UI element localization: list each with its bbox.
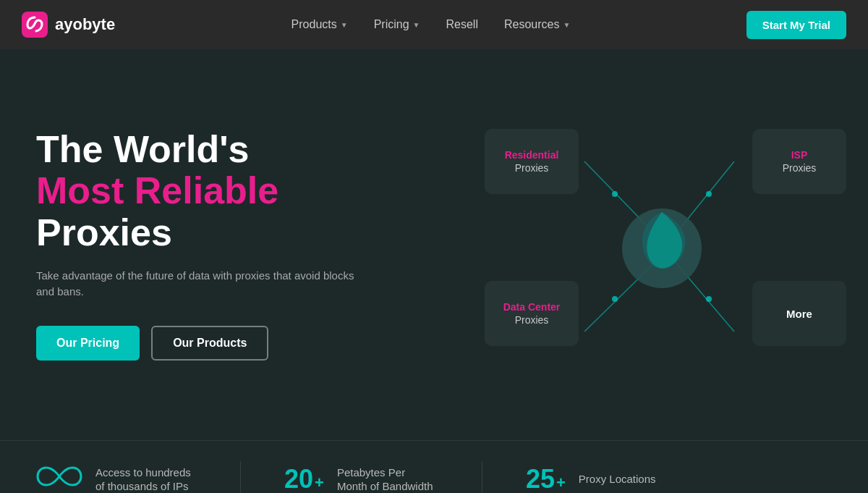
isp-sub: Proxies bbox=[783, 162, 817, 174]
stat-locations: 25 + Proxy Locations bbox=[526, 464, 656, 493]
stats-bar: Access to hundreds of thousands of IPs 2… bbox=[0, 440, 868, 493]
stat-locations-plus: + bbox=[556, 473, 566, 492]
hero-accent: Most Reliable bbox=[36, 169, 278, 211]
datacenter-proxies-card[interactable]: Data Center Proxies bbox=[485, 281, 579, 346]
more-title: More bbox=[786, 308, 812, 320]
nav-resell[interactable]: Resell bbox=[435, 12, 488, 37]
logo-icon bbox=[22, 12, 48, 38]
hero-content: The World's Most Reliable Proxies Take a… bbox=[0, 85, 405, 404]
hero-title-line2: Most Reliable Proxies bbox=[36, 170, 369, 253]
stat-locations-number: 25 bbox=[526, 464, 555, 493]
products-chevron-icon: ▼ bbox=[341, 21, 348, 29]
nav-links: Products ▼ Pricing ▼ Resell Resources ▼ bbox=[281, 12, 581, 37]
residential-proxies-card[interactable]: Residential Proxies bbox=[485, 129, 579, 194]
start-trial-button[interactable]: Start My Trial bbox=[746, 11, 846, 39]
more-card[interactable]: More bbox=[752, 281, 846, 346]
svg-point-6 bbox=[612, 296, 618, 302]
stat-divider-1 bbox=[240, 461, 241, 493]
stat-ips-label: Access to hundreds of thousands of IPs bbox=[95, 465, 197, 494]
nav-resources[interactable]: Resources ▼ bbox=[494, 12, 580, 37]
svg-point-8 bbox=[706, 296, 712, 302]
stat-bandwidth-number: 20 bbox=[284, 464, 313, 493]
datacenter-title: Data Center bbox=[503, 301, 561, 313]
residential-sub: Proxies bbox=[515, 162, 549, 174]
svg-line-1 bbox=[584, 161, 658, 237]
svg-point-2 bbox=[612, 191, 618, 197]
svg-line-3 bbox=[673, 161, 734, 237]
residential-title: Residential bbox=[505, 149, 559, 161]
hero-buttons: Our Pricing Our Products bbox=[36, 326, 369, 361]
svg-line-7 bbox=[673, 259, 734, 332]
stat-ips: Access to hundreds of thousands of IPs bbox=[36, 463, 197, 493]
hero-subtitle: Take advantage of the future of data wit… bbox=[36, 268, 362, 300]
isp-title: ISP bbox=[791, 149, 808, 161]
svg-point-4 bbox=[706, 191, 712, 197]
hero-section: The World's Most Reliable Proxies Take a… bbox=[0, 49, 868, 440]
stat-bandwidth: 20 + Petabytes Per Month of Bandwidth bbox=[284, 464, 438, 493]
nav-products[interactable]: Products ▼ bbox=[281, 12, 358, 37]
our-pricing-button[interactable]: Our Pricing bbox=[36, 326, 140, 361]
datacenter-sub: Proxies bbox=[515, 314, 549, 326]
proxy-diagram: Residential Proxies ISP Proxies Data Cen… bbox=[448, 85, 868, 404]
logo[interactable]: ayobyte bbox=[22, 12, 115, 38]
isp-proxies-card[interactable]: ISP Proxies bbox=[752, 129, 846, 194]
svg-line-5 bbox=[584, 259, 658, 332]
stat-divider-2 bbox=[482, 461, 482, 493]
svg-point-9 bbox=[622, 208, 702, 288]
nav-pricing[interactable]: Pricing ▼ bbox=[364, 12, 430, 37]
stat-bandwidth-plus: + bbox=[315, 473, 324, 492]
hero-title-proxies: Proxies bbox=[36, 211, 172, 253]
brand-name: ayobyte bbox=[55, 15, 115, 34]
hero-title-line1: The World's bbox=[36, 129, 369, 170]
navbar: ayobyte Products ▼ Pricing ▼ Resell Reso… bbox=[0, 0, 868, 49]
resources-chevron-icon: ▼ bbox=[563, 21, 570, 29]
pricing-chevron-icon: ▼ bbox=[413, 21, 420, 29]
stat-locations-label: Proxy Locations bbox=[579, 472, 656, 486]
stat-bandwidth-label: Petabytes Per Month of Bandwidth bbox=[337, 465, 438, 494]
our-products-button[interactable]: Our Products bbox=[151, 326, 268, 361]
infinity-icon bbox=[36, 463, 82, 493]
